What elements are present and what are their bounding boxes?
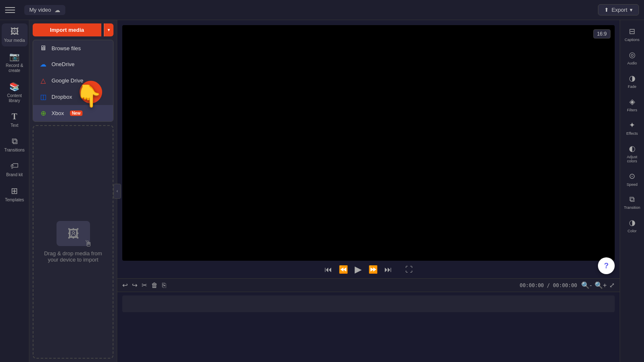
transitions-icon: ⧉ [12,136,18,146]
xbox-item[interactable]: ⊕ Xbox New [33,105,113,121]
dropbox-label: Dropbox [52,94,72,100]
templates-icon: ⊞ [11,186,18,196]
right-item-audio[interactable]: ◎ Audio [621,47,643,69]
zoom-in-button[interactable]: 🔍+ [595,281,607,289]
skip-to-end-button[interactable]: ⏭ [384,265,392,274]
timeline-toolbar: ↩ ↪ ✂ 🗑 ⎘ 00:00:00 / 00:00:00 🔍- 🔍+ ⤢ [117,279,620,292]
zoom-controls: 🔍- 🔍+ ⤢ [581,281,615,289]
captions-icon: ⊟ [629,27,635,36]
onedrive-item[interactable]: ☁ OneDrive [33,56,113,72]
sidebar-item-label-your-media: Your media [4,38,25,43]
skip-to-start-button[interactable]: ⏮ [325,265,332,274]
help-button[interactable]: ? [598,257,615,274]
fullscreen-button[interactable]: ⛶ [405,265,413,274]
captions-label: Captions [625,38,640,42]
google-drive-label: Google Drive [52,77,83,84]
drag-drop-area[interactable]: 🖼 🖱 Drag & drop media from your device t… [33,125,113,359]
transition-label: Transition [624,205,640,210]
sidebar-item-label-record-create: Record & create [3,63,26,73]
sidebar-item-templates[interactable]: ⊞ Templates [2,182,28,206]
rewind-button[interactable]: ⏪ [339,265,348,274]
aspect-ratio-badge[interactable]: 16:9 [593,29,611,39]
redo-button[interactable]: ↪ [132,281,137,289]
timeline-section: ↩ ↪ ✂ 🗑 ⎘ 00:00:00 / 00:00:00 🔍- 🔍+ ⤢ [117,278,620,362]
cloud-save-icon: ☁ [54,7,60,13]
right-item-transition[interactable]: ⧉ Transition [621,192,643,213]
panel-collapse-button[interactable]: ‹ [113,184,121,199]
tab-title-text: My video [29,7,51,13]
speed-label: Speed [626,182,637,187]
left-sidebar: 🖼 Your media 📷 Record & create 📚 Content… [0,20,29,362]
delete-button[interactable]: 🗑 [151,282,158,289]
sidebar-item-label-transitions: Transitions [4,148,25,153]
right-item-fade[interactable]: ◑ Fade [621,70,643,92]
brand-kit-icon: 🏷 [10,161,19,171]
playback-controls: ⏮ ⏪ ▶ ⏩ ⏭ ⛶ [117,261,620,278]
sidebar-item-content-library[interactable]: 📚 Content library [2,78,28,107]
adjust-colors-label: Adjust colors [623,155,641,163]
zoom-out-button[interactable]: 🔍- [581,281,592,289]
export-button[interactable]: ⬆ Export ▾ [598,4,639,15]
sidebar-item-label-content-library: Content library [3,93,26,103]
right-item-speed[interactable]: ⊙ Speed [621,168,643,190]
time-display: 00:00:00 / 00:00:00 [520,282,577,288]
your-media-icon: 🖼 [10,27,19,36]
sidebar-item-label-text: Text [10,123,18,128]
color-icon: ◑ [629,218,636,227]
right-item-filters[interactable]: ◈ Filters [621,94,643,116]
xbox-new-badge: New [70,110,83,116]
adjust-colors-icon: ◐ [629,144,636,153]
record-create-icon: 📷 [9,51,20,62]
content-library-icon: 📚 [9,82,20,92]
duplicate-button[interactable]: ⎘ [162,282,166,289]
sidebar-item-label-brand-kit: Brand kit [6,172,23,177]
main-layout: 🖼 Your media 📷 Record & create 📚 Content… [0,20,644,362]
time-separator: / [547,282,550,288]
sidebar-item-record-create[interactable]: 📷 Record & create [2,48,28,77]
panel-header: Import media ▾ [29,20,117,40]
google-drive-item[interactable]: △ Google Drive [33,72,113,89]
timeline-body[interactable] [117,292,620,362]
video-tab[interactable]: My video ☁ [24,5,65,15]
sidebar-item-text[interactable]: T Text [2,108,28,131]
audio-icon: ◎ [629,50,636,59]
right-item-adjust-colors[interactable]: ◐ Adjust colors [621,141,643,167]
sidebar-item-your-media[interactable]: 🖼 Your media [2,23,28,46]
effects-icon: ✦ [629,121,635,130]
fade-label: Fade [628,85,636,89]
import-media-button[interactable]: Import media [33,23,101,36]
right-item-effects[interactable]: ✦ Effects [621,117,643,139]
sidebar-item-brand-kit[interactable]: 🏷 Brand kit [2,158,28,181]
sidebar-item-label-templates: Templates [5,198,24,203]
browse-files-icon: 🖥 [39,44,47,52]
total-time: 00:00:00 [553,282,577,288]
xbox-icon: ⊕ [39,109,47,117]
sidebar-item-transitions[interactable]: ⧉ Transitions [2,133,28,156]
video-preview: 16:9 [122,25,615,261]
browse-files-item[interactable]: 🖥 Browse files [33,40,113,56]
center-area: 16:9 ⏮ ⏪ ▶ ⏩ ⏭ ⛶ ↩ ↪ ✂ 🗑 ⎘ 00:00:00 / [117,20,620,362]
export-dropdown-icon: ▾ [630,7,633,13]
fade-icon: ◑ [629,74,636,83]
dropbox-item[interactable]: ◫ Dropbox [33,89,113,105]
import-dropdown-menu: 🖥 Browse files ☁ OneDrive △ Google Drive… [33,40,113,122]
help-icon: ? [604,262,609,270]
browse-files-label: Browse files [52,45,81,51]
import-dropdown-button[interactable]: ▾ [104,23,113,36]
fast-forward-button[interactable]: ⏩ [368,265,378,274]
import-panel: Import media ▾ 🖥 Browse files ☁ OneDrive… [29,20,117,362]
undo-button[interactable]: ↩ [122,281,128,289]
color-label: Color [628,229,637,233]
onedrive-icon: ☁ [39,60,47,68]
right-item-color[interactable]: ◑ Color [621,215,643,236]
transition-icon: ⧉ [629,195,635,204]
right-item-captions[interactable]: ⊟ Captions [621,23,643,45]
hamburger-menu[interactable] [5,5,15,15]
speed-icon: ⊙ [629,172,635,181]
onedrive-label: OneDrive [52,61,75,67]
cut-button[interactable]: ✂ [142,281,147,289]
top-bar: My video ☁ ⬆ Export ▾ [0,0,644,20]
fit-timeline-button[interactable]: ⤢ [609,281,615,289]
play-button[interactable]: ▶ [355,264,362,275]
filters-icon: ◈ [629,97,635,106]
